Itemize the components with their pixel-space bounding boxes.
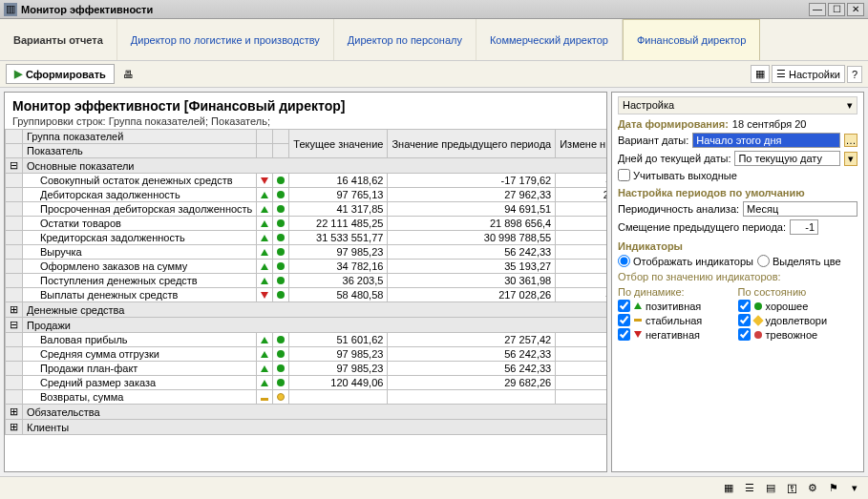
row-prev: 29 682,26: [388, 376, 556, 390]
close-button[interactable]: ✕: [847, 3, 864, 16]
highlight-label: Выделять цве: [773, 256, 841, 267]
row-prev: 56 242,33: [388, 362, 556, 376]
tree-toggle[interactable]: ⊟: [6, 158, 23, 174]
help-button[interactable]: ?: [847, 66, 862, 83]
sb-dropdown-icon[interactable]: ▾: [847, 481, 862, 496]
tree-toggle[interactable]: ⊞: [6, 302, 23, 318]
row-change: -73,0: [556, 288, 606, 302]
sb-list-icon[interactable]: ☰: [742, 481, 757, 496]
row-current: 41 317,85: [289, 202, 388, 217]
row-label: Поступления денежных средств: [23, 274, 257, 288]
weekends-checkbox[interactable]: [618, 169, 630, 181]
sb-flag-icon[interactable]: ⚑: [826, 481, 841, 496]
row-current: 97 765,13: [289, 188, 388, 202]
tree-spacer: [6, 347, 23, 362]
row-dyn-icon: [257, 274, 273, 288]
print-icon[interactable]: 🖶: [120, 66, 138, 83]
days-dropdown-button[interactable]: ▾: [844, 152, 857, 166]
statusbar: ▦ ☰ ▤ ⚿ ⚙ ⚑ ▾: [0, 476, 868, 499]
settings-dropdown-icon[interactable]: ▾: [847, 99, 853, 112]
tree-spacer: [6, 362, 23, 376]
row-state-icon: [273, 288, 289, 302]
dyn-negative-check[interactable]: [618, 328, 630, 341]
row-current: 97 985,23: [289, 347, 388, 362]
row-current: 51 601,62: [289, 333, 388, 347]
filter-header: Отбор по значению индикаторов:: [618, 271, 857, 282]
tab-hr[interactable]: Директор по персоналу: [334, 19, 476, 60]
tab-commercial[interactable]: Коммерческий директор: [476, 19, 623, 60]
row-prev: 35 193,27: [388, 260, 556, 274]
offset-label: Смещение предыдущего периода:: [618, 221, 786, 233]
circle-green-icon: [754, 302, 762, 310]
row-change: -56,: [556, 202, 606, 217]
indicators-header: Индикаторы: [618, 240, 857, 252]
highlight-radio[interactable]: [757, 255, 770, 267]
row-state-icon: [273, 188, 289, 202]
row-change: 249,6: [556, 188, 606, 202]
group-label: Продажи: [23, 318, 607, 333]
tab-logistics[interactable]: Директор по логистике и производству: [117, 19, 334, 60]
row-dyn-icon: [257, 217, 273, 231]
circle-red-icon: [754, 331, 762, 339]
tree-toggle[interactable]: ⊞: [6, 420, 23, 435]
row-current: 34 782,16: [289, 260, 388, 274]
offset-input[interactable]: -1: [790, 219, 818, 235]
state-bad-check[interactable]: [738, 328, 751, 341]
row-label: Дебиторская задолженность: [23, 188, 257, 202]
row-state-icon: [273, 245, 289, 260]
sb-sheet-icon[interactable]: ▦: [721, 481, 736, 496]
report-subtitle: Группировки строк: Группа показателей; П…: [12, 115, 599, 127]
dyn-negative-label: негативная: [646, 329, 700, 341]
row-label: Валовая прибыль: [23, 333, 257, 347]
state-good-label: хорошее: [766, 301, 809, 312]
row-state-icon: [273, 231, 289, 245]
dyn-stable-check[interactable]: [618, 314, 630, 326]
row-prev: [388, 390, 556, 405]
col-state: [273, 130, 289, 144]
diamond-yellow-icon: [752, 315, 763, 325]
tab-financial[interactable]: Финансовый директор: [623, 19, 760, 60]
row-state-icon: [273, 333, 289, 347]
row-change: 74,2: [556, 347, 606, 362]
down-red-icon: [634, 331, 642, 338]
col-change: Измене ние %: [556, 130, 606, 158]
row-dyn-icon: [257, 245, 273, 260]
variant-more-button[interactable]: …: [844, 134, 857, 147]
row-change: 19,2: [556, 274, 606, 288]
show-indicators-radio[interactable]: [618, 255, 630, 267]
dyn-header: По динамике:: [618, 286, 738, 298]
periods-header: Настройка периодов по умолчанию: [618, 187, 857, 198]
settings-button[interactable]: ☰ Настройки: [772, 65, 845, 83]
row-dyn-icon: [257, 188, 273, 202]
row-dyn-icon: [257, 260, 273, 274]
tree-toggle[interactable]: ⊟: [6, 318, 23, 333]
state-good-check[interactable]: [738, 300, 751, 312]
sb-gear-icon[interactable]: ⚙: [805, 481, 820, 496]
col-prev: Значение предыдущего периода: [388, 130, 556, 158]
report-variants-tabs: Варианты отчета Директор по логистике и …: [0, 19, 868, 61]
row-dyn-icon: [257, 174, 273, 188]
state-bad-label: тревожное: [766, 329, 818, 341]
form-button[interactable]: ▶ Сформировать: [6, 64, 115, 84]
row-dyn-icon: [257, 231, 273, 245]
row-current: 97 985,23: [289, 362, 388, 376]
sb-calendar-icon[interactable]: ▤: [763, 481, 778, 496]
tree-spacer: [6, 231, 23, 245]
row-state-icon: [273, 347, 289, 362]
view-grid-button[interactable]: ▦: [751, 65, 770, 83]
days-select[interactable]: По текущую дату: [734, 151, 840, 166]
dyn-positive-check[interactable]: [618, 300, 630, 312]
row-prev: 56 242,33: [388, 347, 556, 362]
period-select[interactable]: Месяц: [743, 201, 857, 217]
row-dyn-icon: [257, 376, 273, 390]
maximize-button[interactable]: ☐: [828, 3, 845, 16]
tree-toggle[interactable]: ⊞: [6, 405, 23, 420]
tree-spacer: [6, 188, 23, 202]
up-green-icon: [634, 302, 642, 309]
row-current: 120 449,06: [289, 376, 388, 390]
sb-key-icon[interactable]: ⚿: [784, 481, 799, 496]
row-prev: 27 257,42: [388, 333, 556, 347]
state-ok-check[interactable]: [738, 314, 751, 326]
minimize-button[interactable]: —: [809, 3, 826, 16]
variant-input[interactable]: Начало этого дня: [692, 133, 840, 148]
